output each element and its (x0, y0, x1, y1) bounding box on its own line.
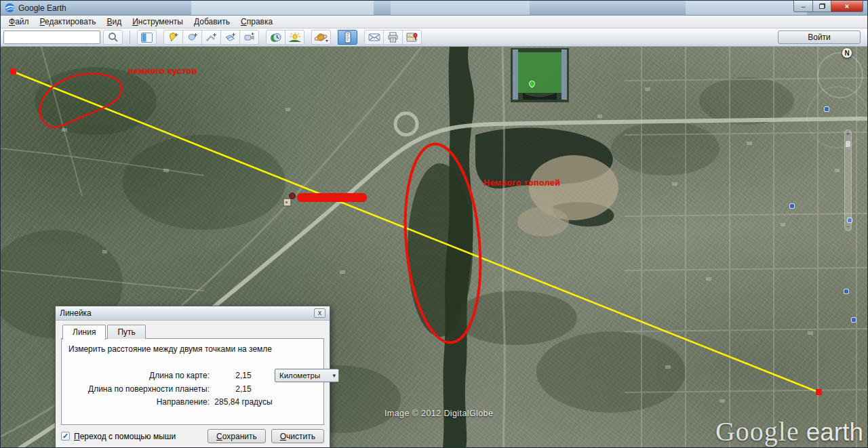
ruler-dialog-close-button[interactable]: x (314, 308, 326, 318)
menu-tools[interactable]: Инструменты (127, 16, 189, 27)
save-button[interactable]: Сохранить (208, 429, 266, 443)
title-bar[interactable]: Google Earth – × (1, 1, 867, 16)
menu-file[interactable]: Файл (3, 16, 35, 27)
placemark-icon (167, 32, 180, 43)
measure-endpoint-end (816, 389, 822, 395)
sunlight-icon (288, 32, 302, 43)
ruler-description: Измерить расстояние между двумя точками … (68, 344, 318, 354)
print-icon (387, 32, 399, 43)
record-tour-button[interactable] (239, 30, 259, 45)
compass-north-button[interactable]: N (842, 47, 852, 58)
placemark-button[interactable] (163, 30, 183, 45)
ruler-icon (344, 31, 352, 43)
historical-imagery-button[interactable] (266, 30, 285, 45)
email-icon (368, 33, 380, 42)
minimize-button[interactable]: – (793, 1, 813, 12)
path-icon (205, 32, 218, 43)
restore-icon (819, 3, 825, 9)
search-icon (108, 32, 119, 43)
ruler-tab-page: Измерить расстояние между двумя точками … (61, 338, 324, 425)
zoom-slider-handle[interactable] (846, 141, 850, 147)
signin-button[interactable]: Войти (778, 30, 861, 44)
print-button[interactable] (383, 30, 403, 45)
watermark-google: Google (715, 415, 800, 447)
close-button[interactable]: × (831, 1, 863, 12)
zoom-slider[interactable]: + − (844, 129, 852, 231)
ruler-dialog[interactable]: Линейка x Линия Путь Измерить расстояние… (55, 306, 330, 448)
restore-button[interactable] (813, 1, 831, 12)
image-overlay-button[interactable] (220, 30, 240, 45)
map-length-value: 2,15 (212, 371, 275, 380)
planets-button[interactable] (311, 30, 331, 45)
view-in-maps-icon (406, 32, 418, 43)
planets-icon (314, 32, 329, 43)
view-in-maps-button[interactable] (402, 30, 422, 45)
checkbox-check-icon[interactable]: ✓ (61, 432, 70, 441)
google-earth-logo-icon (5, 3, 15, 13)
mouse-nav-checkbox[interactable]: ✓ Переход с помощью мыши (61, 432, 176, 441)
ruler-button[interactable] (338, 30, 357, 45)
search-button[interactable] (103, 30, 123, 45)
google-earth-watermark: Google earth (715, 415, 863, 447)
annotation-label-poplars: Немного тополей (484, 178, 560, 188)
zoom-out-icon[interactable]: − (845, 223, 851, 230)
menu-edit[interactable]: Редактировать (35, 16, 102, 27)
highlight-bar (297, 193, 367, 202)
move-joystick[interactable] (806, 86, 868, 148)
chevron-down-icon: ▾ (332, 372, 336, 379)
ruler-tabs: Линия Путь (62, 325, 324, 339)
save-button-label: Сохранить (216, 432, 257, 441)
sidebar-toggle-button[interactable] (137, 30, 157, 45)
annotation-label-bushes: немного кустов (128, 66, 197, 76)
tab-path[interactable]: Путь (107, 325, 145, 339)
units-dropdown[interactable]: Километры ▾ (275, 369, 339, 382)
google-earth-window: Google Earth – × Файл Редактировать Вид … (0, 0, 868, 448)
rail-placemark (283, 193, 296, 207)
toolbar-separator (130, 30, 130, 44)
mouse-nav-label: Переход с помощью мыши (74, 432, 176, 441)
clear-button[interactable]: Очистить (271, 429, 324, 443)
ground-length-label: Длина по поверхности планеты: (68, 383, 212, 395)
photo-marker[interactable] (851, 317, 856, 323)
watermark-earth: earth (806, 418, 863, 447)
clear-button-label: Очистить (280, 432, 315, 441)
measure-endpoint-start (10, 68, 16, 75)
ruler-dialog-titlebar[interactable]: Линейка x (56, 306, 330, 321)
toolbar: Войти (1, 28, 867, 47)
map-length-label: Длина по карте: (68, 369, 212, 382)
ground-length-value: 2,15 (212, 384, 275, 394)
units-value: Километры (279, 371, 332, 380)
photo-marker[interactable] (844, 289, 849, 294)
stadium (511, 48, 569, 102)
tab-line[interactable]: Линия (62, 325, 106, 340)
email-button[interactable] (364, 30, 384, 45)
photo-marker[interactable] (789, 203, 795, 209)
menu-bar: Файл Редактировать Вид Инструменты Добав… (1, 16, 867, 28)
zoom-in-icon[interactable]: + (845, 130, 851, 138)
menu-add[interactable]: Добавить (189, 16, 235, 27)
historical-imagery-icon (270, 32, 282, 43)
heading-label: Направление: (68, 396, 212, 408)
path-button[interactable] (201, 30, 221, 45)
sidebar-icon (141, 33, 153, 43)
menu-view[interactable]: Вид (101, 16, 127, 27)
polygon-button[interactable] (182, 30, 202, 45)
sunlight-button[interactable] (285, 30, 304, 45)
heading-value: 285,84 градусы (212, 397, 275, 407)
window-title: Google Earth (18, 3, 66, 13)
image-overlay-icon (224, 32, 237, 43)
record-tour-icon (243, 32, 256, 43)
menu-help[interactable]: Справка (235, 16, 278, 27)
search-input[interactable] (3, 30, 100, 44)
ruler-dialog-title: Линейка (60, 308, 314, 318)
polygon-icon (186, 32, 199, 43)
imagery-copyright: Image © 2012 DigitalGlobe (384, 409, 493, 418)
